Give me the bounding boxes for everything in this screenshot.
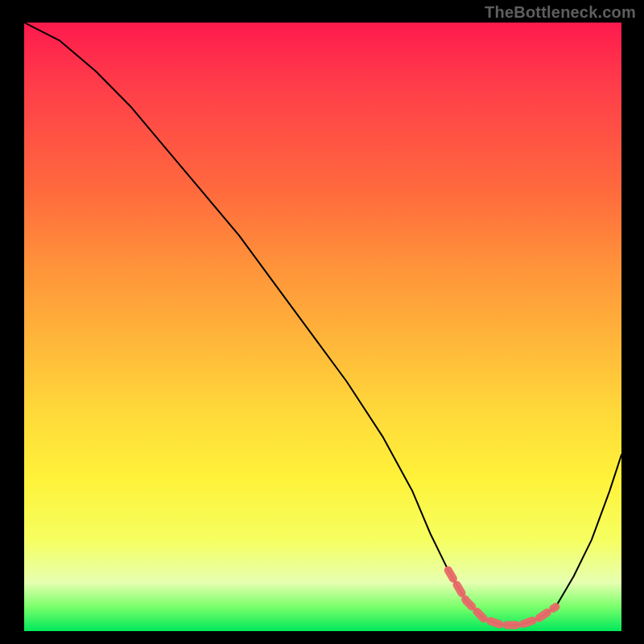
chart-svg xyxy=(24,23,621,631)
watermark-text: TheBottleneck.com xyxy=(485,3,636,22)
chart-stage: TheBottleneck.com xyxy=(0,0,644,644)
bottleneck-curve-line xyxy=(24,23,621,625)
valley-marker-dashed xyxy=(448,570,556,625)
plot-area xyxy=(24,23,621,631)
